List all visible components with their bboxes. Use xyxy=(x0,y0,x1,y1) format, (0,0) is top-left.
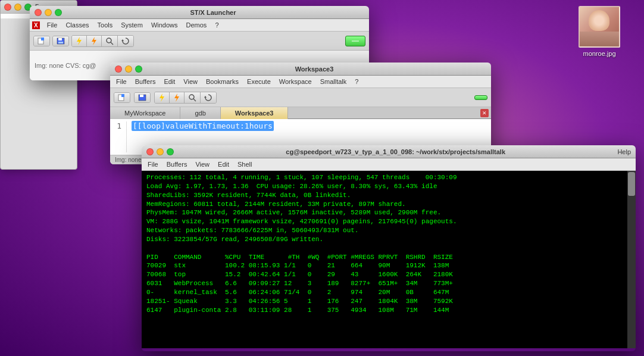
tab-workspace3[interactable]: Workspace3 xyxy=(221,107,289,119)
traffic-lights-launcher xyxy=(35,9,62,16)
ws-menu-edit[interactable]: Edit xyxy=(160,77,179,86)
terminal-line-8: Disks: 3223854/57G read, 2496508/89G wri… xyxy=(146,235,623,244)
terminal-line-blank xyxy=(146,244,623,253)
ws-menu-buffers[interactable]: Buffers xyxy=(132,77,160,86)
traffic-lights-terminal xyxy=(146,148,174,155)
line-number-1: 1 xyxy=(117,121,121,130)
ws-toolbar-lightning2-btn[interactable] xyxy=(170,92,185,103)
terminal-line-header: PID COMMAND %CPU TIME #TH #WQ #PORT #MRE… xyxy=(146,253,623,262)
ws-menu-bookmarks[interactable]: Bookmarks xyxy=(202,77,242,86)
ws-toolbar-green-btn[interactable] xyxy=(474,95,487,100)
line-numbers: 1 xyxy=(115,121,127,152)
ws-refresh-icon xyxy=(204,93,212,102)
svg-marker-17 xyxy=(174,93,179,102)
launcher-title: ST/X Launcher xyxy=(62,9,364,16)
min-btn-terminal[interactable] xyxy=(157,148,164,155)
close-btn-terminal[interactable] xyxy=(146,148,154,155)
svg-rect-4 xyxy=(58,42,63,43)
svg-point-7 xyxy=(107,38,111,43)
terminal-line-proc4: 0- kernel_task 5.6 06:24:06 71/4 0 2 974… xyxy=(146,288,623,297)
terminal-line-7: Networks: packets: 7783666/6225M in, 506… xyxy=(146,226,623,235)
svg-marker-5 xyxy=(77,37,82,45)
toolbar-lightning2-btn[interactable] xyxy=(87,36,102,46)
terminal-scrollbar[interactable] xyxy=(627,171,636,348)
ws-menu-help[interactable]: ? xyxy=(351,77,362,86)
svg-rect-15 xyxy=(140,95,143,97)
max-btn-terminal[interactable] xyxy=(167,148,174,155)
terminal-line-proc3: 6031 WebProcess 6.6 09:09:27 12 3 189 82… xyxy=(146,279,623,288)
launcher-menu-demos[interactable]: Demos xyxy=(183,20,211,30)
terminal-line-4: MemRegions: 60811 total, 2144M resident,… xyxy=(146,200,623,209)
terminal-line-6: VM: 288G vsize, 1041M framework vsize, 4… xyxy=(146,217,623,226)
terminal-menubar: File Buffers View Edit Shell xyxy=(142,158,636,171)
workspace-titlebar: Workspace3 xyxy=(110,63,491,76)
workspace-toolbar xyxy=(110,88,491,107)
term-menu-buffers[interactable]: Buffers xyxy=(163,160,191,169)
toolbar-new-btn[interactable] xyxy=(34,36,49,46)
svg-rect-3 xyxy=(58,38,62,40)
scrollbar-thumb[interactable] xyxy=(628,172,635,196)
launcher-menu-system[interactable]: System xyxy=(117,20,146,30)
tab-close-btn[interactable]: ✕ xyxy=(480,109,489,117)
svg-marker-6 xyxy=(92,37,96,45)
close-btn-sidebar[interactable] xyxy=(4,4,11,11)
toolbar-refresh-btn[interactable] xyxy=(118,36,133,46)
terminal-line-3: SharedLibs: 3592K resident, 7744K data, … xyxy=(146,191,623,200)
term-menu-shell[interactable]: Shell xyxy=(234,160,255,169)
search-icon xyxy=(105,37,114,45)
lightning2-icon xyxy=(90,37,98,45)
lightning-icon xyxy=(76,37,83,45)
ws-menu-file[interactable]: File xyxy=(112,77,130,86)
traffic-lights-sidebar xyxy=(4,4,32,11)
min-btn-sidebar[interactable] xyxy=(14,4,21,11)
ws-menu-workspace[interactable]: Workspace xyxy=(276,77,315,86)
max-btn-workspace[interactable] xyxy=(135,65,142,73)
terminal-line-1: Processes: 112 total, 4 running, 1 stuck… xyxy=(146,173,623,182)
launcher-menu-help[interactable]: ? xyxy=(211,20,222,30)
ws-toolbar-new-btn[interactable] xyxy=(114,93,130,102)
workspace-menubar: File Buffers Edit View Bookmarks Execute… xyxy=(110,76,491,88)
launcher-toolbar xyxy=(30,32,369,51)
terminal-line-proc6: 6147 plugin-conta 2.8 03:11:09 28 1 375 … xyxy=(146,306,623,315)
launcher-menu-tools[interactable]: Tools xyxy=(94,20,117,30)
term-menu-file[interactable]: File xyxy=(144,160,162,169)
ws-menu-execute[interactable]: Execute xyxy=(243,77,274,86)
max-btn-launcher[interactable] xyxy=(55,9,62,16)
svg-line-8 xyxy=(111,42,113,45)
toolbar-save-btn[interactable] xyxy=(53,36,68,46)
terminal-line-proc2: 70068 top 15.2 00:42.64 1/1 0 29 43 1600… xyxy=(146,270,623,279)
close-btn-workspace[interactable] xyxy=(115,65,122,73)
toolbar-group-2 xyxy=(52,36,69,46)
ws-menu-view[interactable]: View xyxy=(180,77,201,86)
icon-photo-monroe xyxy=(579,6,620,48)
tab-gdb[interactable]: gdb xyxy=(180,107,220,119)
ws-save-icon xyxy=(138,94,146,101)
terminal-body[interactable]: Processes: 112 total, 4 running, 1 stuck… xyxy=(142,171,636,348)
ws-toolbar-refresh-btn[interactable] xyxy=(201,92,216,103)
term-menu-view[interactable]: View xyxy=(192,160,213,169)
min-btn-workspace[interactable] xyxy=(125,65,132,73)
toolbar-green-btn[interactable] xyxy=(345,36,365,46)
tab-myworkspace[interactable]: MyWorkspace xyxy=(110,107,180,119)
green-icon xyxy=(352,38,359,44)
terminal-title: cg@speedport_w723_v_typ_a_1_00_098: ~/wo… xyxy=(174,148,617,155)
close-btn-launcher[interactable] xyxy=(35,9,42,16)
desktop-icon-monroe[interactable]: monroe.jpg xyxy=(579,6,620,57)
ws-toolbar-lightning-btn[interactable] xyxy=(155,92,170,103)
ws-toolbar-save-btn[interactable] xyxy=(135,93,150,102)
ws-toolbar-search-btn[interactable] xyxy=(185,92,201,103)
term-menu-edit[interactable]: Edit xyxy=(214,160,233,169)
ws-toolbar-group-2 xyxy=(134,92,151,103)
ws-lightning-icon xyxy=(158,93,165,102)
min-btn-launcher[interactable] xyxy=(45,9,52,16)
ws-menu-smalltalk[interactable]: Smalltalk xyxy=(317,77,351,86)
toolbar-search-btn[interactable] xyxy=(102,36,118,46)
launcher-menu-windows[interactable]: Windows xyxy=(148,20,182,30)
ws-lightning2-icon xyxy=(173,93,180,102)
ws-toolbar-group-3 xyxy=(154,92,217,104)
toolbar-lightning-btn[interactable] xyxy=(72,36,87,46)
launcher-menu-classes[interactable]: Classes xyxy=(62,20,92,30)
svg-marker-16 xyxy=(160,93,164,102)
ws-new-icon xyxy=(118,94,126,101)
launcher-menu-file[interactable]: File xyxy=(43,20,61,30)
